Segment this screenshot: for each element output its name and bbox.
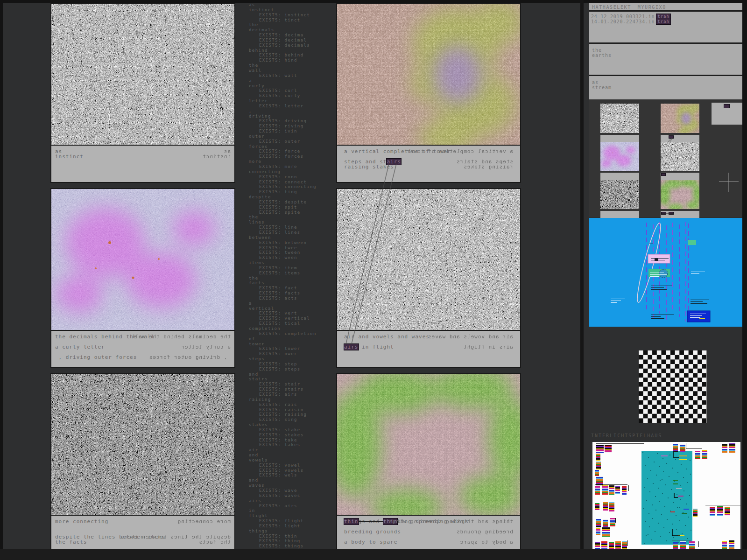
thumbnail-4[interactable] bbox=[661, 104, 699, 142]
color-bar-cluster bbox=[722, 541, 727, 549]
file-item[interactable]: 24-12-2019-003321.in trah bbox=[589, 14, 742, 19]
color-dash bbox=[684, 509, 689, 510]
color-bar-cluster bbox=[610, 518, 615, 526]
word-line: curly bbox=[249, 84, 333, 89]
exists-line: EXISTS: facts bbox=[249, 291, 333, 296]
thumbnail-1[interactable] bbox=[600, 104, 639, 142]
footer-title: interlichtspielhaus bbox=[591, 433, 662, 438]
color-bar-cluster bbox=[680, 444, 685, 452]
color-bar-cluster bbox=[673, 444, 678, 452]
color-dash bbox=[679, 455, 687, 456]
exists-line: EXISTS: ower bbox=[249, 351, 333, 357]
color-bar-cluster bbox=[615, 486, 620, 494]
word-line: airs bbox=[249, 498, 333, 504]
teal-dot bbox=[677, 494, 677, 495]
caption-line-mirror: things and thinking spreading wings bbox=[344, 519, 513, 524]
color-dash bbox=[673, 483, 678, 484]
teal-dot bbox=[675, 459, 676, 460]
teal-dot bbox=[679, 507, 680, 508]
tick-mark bbox=[686, 443, 686, 449]
frame-top bbox=[0, 0, 747, 3]
exists-line: EXISTS: vowel bbox=[249, 463, 333, 468]
teal-dot bbox=[683, 477, 684, 478]
teal-dot bbox=[667, 519, 668, 520]
color-bar-cluster bbox=[673, 542, 678, 549]
exists-line: EXISTS: airs bbox=[249, 504, 333, 509]
file-tag[interactable]: trah bbox=[656, 14, 670, 19]
caption-panel-1: asasinstinctinstinct bbox=[51, 145, 234, 182]
word-line: vowels bbox=[249, 458, 333, 463]
color-bar-cluster bbox=[596, 476, 603, 485]
caption-panel-5: air and vowels and wavesair and vowels a… bbox=[337, 330, 520, 367]
hairline bbox=[672, 540, 691, 540]
thumbnail-5[interactable] bbox=[661, 142, 699, 180]
color-bar-cluster bbox=[595, 542, 600, 549]
aux-gray-box[interactable] bbox=[712, 103, 742, 125]
teal-dot bbox=[656, 475, 657, 476]
exists-line: EXISTS: stake bbox=[249, 427, 333, 433]
entry-line: stream bbox=[592, 85, 742, 90]
swatch-cross bbox=[719, 173, 739, 192]
teal-dot bbox=[687, 482, 688, 483]
micro-text-block bbox=[690, 314, 706, 319]
word-line: steps bbox=[249, 357, 333, 362]
word-line: a bbox=[249, 301, 333, 306]
entry-line: earths bbox=[592, 53, 742, 58]
color-dash bbox=[678, 496, 684, 497]
teal-dot bbox=[661, 514, 662, 515]
color-bar-cluster bbox=[622, 541, 627, 549]
teal-dot bbox=[655, 531, 655, 532]
word-line: more bbox=[249, 159, 333, 164]
color-bar-cluster bbox=[596, 462, 601, 469]
image-panel-6: things and thinking spreading wingsthing… bbox=[336, 373, 521, 549]
teal-dot bbox=[676, 515, 677, 516]
teal-dot bbox=[648, 457, 649, 458]
caption-panel-2: the decimals behind the wallthe decimals… bbox=[51, 330, 234, 367]
color-bar-cluster bbox=[622, 486, 627, 495]
exists-line: EXISTS: things bbox=[249, 544, 333, 549]
micro-text-block bbox=[610, 227, 615, 229]
micro-text-block bbox=[611, 299, 625, 304]
teal-dot bbox=[674, 481, 675, 482]
teal-dot bbox=[662, 493, 663, 494]
teal-dot bbox=[657, 453, 658, 454]
color-bar-cluster bbox=[596, 528, 600, 535]
thumbnail-3[interactable] bbox=[600, 180, 639, 218]
thumbnail-2[interactable] bbox=[600, 142, 639, 180]
teal-dot bbox=[672, 524, 673, 525]
exists-line: EXISTS: outer bbox=[249, 139, 333, 144]
teal-dot bbox=[648, 513, 649, 514]
exists-line: EXISTS: take bbox=[249, 438, 333, 443]
exists-line: EXISTS: despite bbox=[249, 200, 333, 205]
teal-dot bbox=[664, 506, 665, 507]
caption-line-mirror: breeding grounds bbox=[344, 529, 513, 534]
noise-image-3 bbox=[51, 374, 234, 515]
entry-the-earths[interactable]: theearths bbox=[589, 44, 742, 76]
file-item[interactable]: 14-01-2020-224734.in trah bbox=[589, 19, 742, 24]
thumbnail-6[interactable] bbox=[661, 180, 699, 218]
word-line: and bbox=[249, 453, 333, 458]
word-line: facts bbox=[249, 280, 333, 286]
color-bar-cluster bbox=[602, 485, 608, 495]
hairline bbox=[686, 448, 702, 449]
word-line: a bbox=[249, 78, 333, 84]
caption-line-mirror: instinct bbox=[55, 154, 231, 159]
color-bar-cluster bbox=[596, 519, 601, 527]
exists-line: EXISTS: thing bbox=[249, 539, 333, 544]
noise-image-2 bbox=[51, 189, 234, 330]
caption-line-mirror: the decimals behind the wall bbox=[55, 334, 231, 339]
word-line: completion bbox=[249, 326, 333, 331]
app-title: hathaselekt bbox=[592, 5, 631, 10]
word-line: decimals bbox=[249, 28, 333, 33]
color-bar-cluster bbox=[615, 541, 621, 549]
teal-dot bbox=[643, 508, 644, 509]
teal-dot bbox=[653, 483, 654, 484]
teal-dot bbox=[672, 468, 673, 469]
tick-mark bbox=[627, 540, 628, 546]
teal-dot bbox=[655, 510, 656, 511]
teal-dot bbox=[646, 535, 647, 536]
file-tag[interactable]: trah bbox=[656, 19, 670, 24]
teal-dot bbox=[687, 538, 688, 539]
exists-line: EXISTS: tower bbox=[249, 346, 333, 351]
color-bar-cluster bbox=[603, 519, 608, 527]
